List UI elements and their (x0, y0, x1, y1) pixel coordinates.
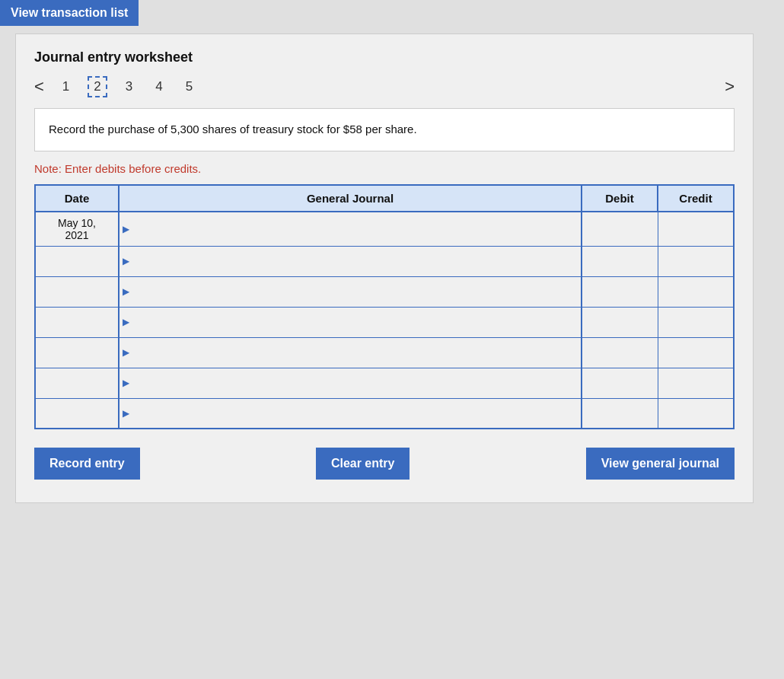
date-cell-3 (35, 276, 119, 307)
credit-cell-4[interactable] (658, 307, 734, 337)
pagination-page-4[interactable]: 4 (151, 78, 167, 96)
debit-input-2[interactable] (582, 247, 658, 276)
journal-input-2[interactable] (120, 247, 581, 276)
main-container: Journal entry worksheet < 1 2 3 4 5 > Re… (15, 33, 754, 503)
debit-cell-7[interactable] (582, 398, 658, 429)
pagination-page-5[interactable]: 5 (181, 78, 197, 96)
journal-input-4[interactable] (120, 308, 581, 337)
debit-input-4[interactable] (582, 308, 658, 337)
table-row: ▶ (35, 307, 734, 337)
journal-cell-6[interactable]: ▶ (119, 368, 582, 398)
table-row: May 10,2021 ▶ (35, 212, 734, 247)
journal-cell-7[interactable]: ▶ (119, 398, 582, 429)
row-arrow-6: ▶ (123, 378, 129, 388)
debit-input-5[interactable] (582, 338, 658, 368)
buttons-center: Clear entry (148, 448, 578, 480)
debit-cell-4[interactable] (582, 307, 658, 337)
row-arrow-1: ▶ (123, 224, 129, 234)
journal-cell-4[interactable]: ▶ (119, 307, 582, 337)
credit-cell-3[interactable] (658, 276, 734, 307)
table-row: ▶ (35, 276, 734, 307)
credit-input-6[interactable] (658, 368, 734, 398)
view-transaction-button[interactable]: View transaction list (0, 0, 139, 26)
row-arrow-7: ▶ (123, 408, 129, 419)
table-row: ▶ (35, 246, 734, 276)
row-arrow-5: ▶ (123, 347, 129, 358)
pagination-page-3[interactable]: 3 (121, 78, 137, 96)
pagination-page-1[interactable]: 1 (58, 78, 74, 96)
journal-input-7[interactable] (120, 399, 581, 429)
table-row: ▶ (35, 398, 734, 429)
debit-input-6[interactable] (582, 368, 658, 398)
credit-input-4[interactable] (658, 308, 734, 337)
credit-input-3[interactable] (658, 277, 734, 307)
journal-cell-1[interactable]: ▶ (119, 212, 582, 247)
credit-cell-6[interactable] (658, 368, 734, 398)
journal-input-5[interactable] (120, 338, 581, 368)
clear-entry-button[interactable]: Clear entry (316, 448, 410, 480)
credit-input-7[interactable] (658, 399, 734, 429)
credit-cell-5[interactable] (658, 337, 734, 368)
debit-cell-1[interactable] (582, 212, 658, 247)
pagination-next[interactable]: > (725, 77, 735, 97)
col-header-date: Date (35, 185, 119, 212)
debit-input-7[interactable] (582, 399, 658, 429)
instruction-box: Record the purchase of 5,300 shares of t… (34, 108, 735, 151)
col-header-credit: Credit (658, 185, 734, 212)
row-arrow-2: ▶ (123, 256, 129, 266)
date-cell-4 (35, 307, 119, 337)
record-entry-button[interactable]: Record entry (34, 448, 140, 480)
date-cell-6 (35, 368, 119, 398)
buttons-row: Record entry Clear entry View general jo… (34, 448, 735, 480)
journal-input-1[interactable] (120, 212, 581, 246)
credit-input-2[interactable] (658, 247, 734, 276)
date-cell-5 (35, 337, 119, 368)
debit-cell-2[interactable] (582, 246, 658, 276)
credit-input-1[interactable] (658, 212, 734, 246)
row-arrow-3: ▶ (123, 286, 129, 297)
col-header-general-journal: General Journal (119, 185, 582, 212)
journal-table: Date General Journal Debit Credit May 10… (34, 184, 735, 430)
row-arrow-4: ▶ (123, 317, 129, 327)
date-cell-2 (35, 246, 119, 276)
journal-cell-2[interactable]: ▶ (119, 246, 582, 276)
pagination-prev[interactable]: < (34, 77, 44, 97)
debit-cell-5[interactable] (582, 337, 658, 368)
col-header-debit: Debit (582, 185, 658, 212)
table-row: ▶ (35, 368, 734, 398)
journal-cell-3[interactable]: ▶ (119, 276, 582, 307)
credit-cell-1[interactable] (658, 212, 734, 247)
credit-cell-7[interactable] (658, 398, 734, 429)
credit-input-5[interactable] (658, 338, 734, 368)
pagination: < 1 2 3 4 5 > (34, 76, 735, 97)
journal-input-3[interactable] (120, 277, 581, 307)
debit-input-1[interactable] (582, 212, 658, 246)
credit-cell-2[interactable] (658, 246, 734, 276)
view-general-journal-button[interactable]: View general journal (586, 448, 735, 480)
debit-cell-6[interactable] (582, 368, 658, 398)
debit-cell-3[interactable] (582, 276, 658, 307)
pagination-page-2[interactable]: 2 (88, 76, 107, 97)
note-text: Note: Enter debits before credits. (34, 162, 735, 175)
table-row: ▶ (35, 337, 734, 368)
journal-input-6[interactable] (120, 368, 581, 398)
date-cell-7 (35, 398, 119, 429)
journal-cell-5[interactable]: ▶ (119, 337, 582, 368)
debit-input-3[interactable] (582, 277, 658, 307)
date-cell-1: May 10,2021 (35, 212, 119, 247)
worksheet-title: Journal entry worksheet (34, 49, 735, 65)
